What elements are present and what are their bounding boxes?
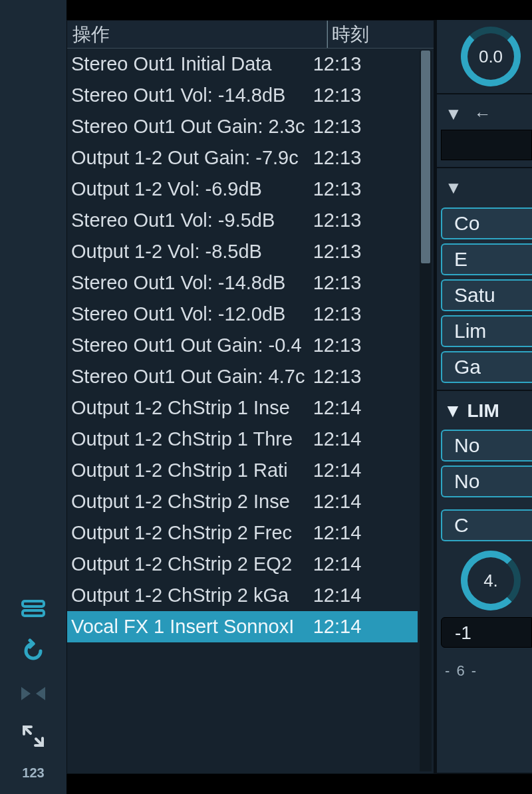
history-row[interactable]: Output 1-2 ChStrip 2 EQ212:14: [67, 549, 418, 580]
history-operation: Stereo Out1 Vol: -14.8dB: [71, 80, 313, 111]
history-operation: Stereo Out1 Vol: -12.0dB: [71, 299, 313, 330]
history-operation: Stereo Out1 Out Gain: 2.3c: [71, 111, 313, 142]
history-operation: Output 1-2 ChStrip 1 Rati: [71, 455, 313, 486]
history-row[interactable]: Stereo Out1 Vol: -14.8dB12:13: [67, 80, 418, 111]
history-time: 12:14: [313, 611, 418, 642]
meter-ticks: - 6 -: [441, 662, 532, 680]
history-row[interactable]: Output 1-2 ChStrip 1 Inse12:14: [67, 392, 418, 424]
module-button[interactable]: Lim: [441, 315, 532, 347]
history-operation: Output 1-2 ChStrip 2 kGa: [71, 580, 313, 611]
history-operation: Stereo Out1 Vol: -9.5dB: [71, 205, 313, 236]
triangle-down-icon[interactable]: ▼: [445, 178, 462, 198]
left-icon-strip: 123: [0, 0, 66, 794]
scroll-thumb[interactable]: [421, 51, 430, 263]
knob-top-value: 0.0: [479, 47, 503, 67]
history-operation: Output 1-2 Vol: -6.9dB: [71, 174, 313, 205]
module-button[interactable]: Ga: [441, 351, 532, 383]
history-row[interactable]: Stereo Out1 Vol: -9.5dB12:13: [67, 205, 418, 236]
history-time: 12:13: [313, 236, 418, 267]
history-operation: Output 1-2 ChStrip 2 Frec: [71, 517, 313, 549]
expand-icon[interactable]: [20, 723, 47, 749]
module-button[interactable]: Satu: [441, 279, 532, 311]
history-time: 12:13: [313, 299, 418, 330]
history-operation: Stereo Out1 Vol: -14.8dB: [71, 267, 313, 299]
module-list-block: ▼ CoESatuLimGa: [437, 168, 532, 391]
history-operation: Stereo Out1 Out Gain: 4.7c: [71, 361, 313, 392]
history-panel: 操作 時刻 Stereo Out1 Initial Data12:13Stere…: [66, 20, 434, 774]
history-operation: Stereo Out1 Out Gain: -0.4: [71, 330, 313, 361]
routing-block: ▼ ←: [437, 94, 532, 168]
arrow-left-icon[interactable]: ←: [474, 104, 491, 124]
counter-label: 123: [22, 765, 44, 781]
history-row[interactable]: Stereo Out1 Vol: -14.8dB12:13: [67, 267, 418, 299]
history-operation: Output 1-2 ChStrip 1 Thre: [71, 424, 313, 455]
stack-icon[interactable]: [20, 595, 47, 622]
history-row[interactable]: Stereo Out1 Out Gain: 4.7c12:13: [67, 361, 418, 392]
history-header: 操作 時刻: [67, 21, 434, 49]
svg-rect-1: [23, 610, 44, 616]
history-row[interactable]: Output 1-2 ChStrip 1 Rati12:14: [67, 455, 418, 486]
limiter-option-2[interactable]: No: [441, 465, 532, 497]
routing-input[interactable]: [441, 130, 532, 160]
history-row[interactable]: Output 1-2 Vol: -8.5dB12:13: [67, 236, 418, 267]
history-time: 12:13: [313, 267, 418, 299]
top-knob-block: 0.0: [437, 20, 532, 94]
triangle-down-icon[interactable]: ▼: [445, 104, 462, 124]
gain-knob-top[interactable]: 0.0: [461, 27, 521, 86]
history-operation: Output 1-2 ChStrip 2 EQ2: [71, 549, 313, 580]
history-row[interactable]: Output 1-2 ChStrip 1 Thre12:14: [67, 424, 418, 455]
history-time: 12:14: [313, 455, 418, 486]
history-operation: Output 1-2 Vol: -8.5dB: [71, 236, 313, 267]
limiter-section-label[interactable]: ▼ LIM: [441, 398, 532, 426]
column-operation[interactable]: 操作: [67, 21, 327, 48]
knob-bottom-value: 4.: [483, 571, 498, 591]
history-operation: Output 1-2 ChStrip 1 Inse: [71, 392, 313, 424]
gain-readout[interactable]: -1: [441, 617, 532, 648]
history-time: 12:13: [313, 361, 418, 392]
module-button[interactable]: Co: [441, 207, 532, 239]
column-time[interactable]: 時刻: [327, 21, 434, 48]
history-row[interactable]: Stereo Out1 Out Gain: 2.3c12:13: [67, 111, 418, 142]
history-operation: Output 1-2 Out Gain: -7.9c: [71, 142, 313, 174]
history-row[interactable]: Stereo Out1 Initial Data12:13: [67, 49, 418, 80]
history-time: 12:13: [313, 80, 418, 111]
history-time: 12:14: [313, 517, 418, 549]
history-time: 12:14: [313, 392, 418, 424]
history-time: 12:13: [313, 330, 418, 361]
scrollbar[interactable]: ▲: [420, 51, 432, 771]
history-time: 12:13: [313, 111, 418, 142]
history-operation: Vocal FX 1 Insert SonnoxI: [71, 611, 313, 642]
history-time: 12:13: [313, 205, 418, 236]
history-row[interactable]: Output 1-2 ChStrip 2 Inse12:14: [67, 486, 418, 517]
locate-icon[interactable]: [20, 680, 47, 707]
history-row[interactable]: Stereo Out1 Out Gain: -0.412:13: [67, 330, 418, 361]
history-time: 12:14: [313, 580, 418, 611]
history-body: Stereo Out1 Initial Data12:13Stereo Out1…: [67, 49, 434, 773]
history-time: 12:14: [313, 424, 418, 455]
gain-knob-bottom[interactable]: 4.: [461, 551, 521, 610]
limiter-block: ▼ LIM No No C 4. -1 - 6 -: [437, 391, 532, 774]
history-operation: Stereo Out1 Initial Data: [71, 49, 313, 80]
history-time: 12:14: [313, 486, 418, 517]
undo-icon[interactable]: [20, 638, 47, 664]
history-row[interactable]: Output 1-2 Out Gain: -7.9c12:13: [67, 142, 418, 174]
svg-rect-0: [23, 601, 44, 606]
history-row[interactable]: Output 1-2 ChStrip 2 kGa12:14: [67, 580, 418, 611]
right-panel: 0.0 ▼ ← ▼ CoESatuLimGa ▼ LIM No No C 4. …: [434, 20, 532, 774]
history-operation: Output 1-2 ChStrip 2 Inse: [71, 486, 313, 517]
history-time: 12:13: [313, 142, 418, 174]
history-row[interactable]: Stereo Out1 Vol: -12.0dB12:13: [67, 299, 418, 330]
module-button[interactable]: E: [441, 243, 532, 275]
history-time: 12:13: [313, 49, 418, 80]
limiter-option-1[interactable]: No: [441, 430, 532, 462]
history-row[interactable]: Output 1-2 ChStrip 2 Frec12:14: [67, 517, 418, 549]
ceiling-button[interactable]: C: [441, 509, 532, 541]
history-row[interactable]: Output 1-2 Vol: -6.9dB12:13: [67, 174, 418, 205]
history-time: 12:14: [313, 549, 418, 580]
history-time: 12:13: [313, 174, 418, 205]
history-row[interactable]: Vocal FX 1 Insert SonnoxI12:14: [67, 611, 418, 642]
